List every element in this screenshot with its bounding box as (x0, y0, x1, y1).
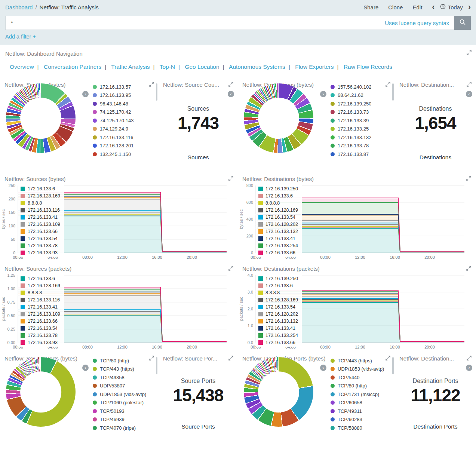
legend-item[interactable]: 172.16.133.132 (258, 228, 298, 235)
time-prev-button[interactable]: ‹ (432, 3, 434, 11)
legend-item[interactable]: 8.8.8.8 (21, 289, 60, 296)
search-input[interactable] (6, 19, 385, 27)
legend-item[interactable]: 172.16.128.169 (258, 206, 298, 214)
legend-item[interactable]: TCP/49358 (93, 373, 154, 382)
legend-item[interactable]: 8.8.8.8 (258, 289, 298, 296)
legend-item[interactable]: 172.16.128.169 (21, 282, 60, 289)
legend-item[interactable]: 172.16.133.78 (331, 142, 390, 150)
legend-scrollbar[interactable] (156, 357, 157, 374)
legend-item[interactable]: TCP/443 (https) (93, 365, 154, 374)
expand-icon[interactable] (228, 82, 233, 88)
panel-collapse-icon[interactable]: ‹ (466, 91, 472, 97)
legend-item[interactable]: 8.8.8.8 (21, 199, 60, 206)
legend-item[interactable]: 172.16.133.116 (93, 133, 154, 142)
legend-item[interactable]: 172.16.128.202 (258, 310, 298, 317)
destinations-bytes-donut-chart[interactable] (244, 83, 313, 153)
nav-link-traffic-analysis[interactable]: Traffic Analysis (111, 64, 150, 70)
legend-item[interactable]: 174.129.24.9 (93, 125, 154, 134)
legend-item[interactable]: 172.16.133.54 (258, 303, 298, 310)
legend-item[interactable]: 172.16.133.25 (331, 125, 390, 134)
legend-item[interactable]: 172.16.133.66 (21, 317, 60, 325)
legend-item[interactable]: 172.16.133.78 (21, 332, 60, 339)
legend-item[interactable]: 172.16.133.93 (21, 249, 60, 256)
clone-button[interactable]: Clone (388, 4, 403, 10)
expand-icon[interactable] (467, 82, 472, 88)
source-ports-donut-chart[interactable] (6, 357, 76, 427)
legend-item[interactable]: 172.16.133.66 (258, 249, 298, 256)
legend-item[interactable]: 172.16.128.169 (21, 192, 60, 199)
time-picker-button[interactable]: Today (440, 4, 463, 10)
legend-item[interactable]: TCP/46939 (93, 415, 154, 424)
nav-link-conversation-partners[interactable]: Conversation Partners (44, 64, 101, 70)
sources-bytes-donut-chart[interactable] (6, 83, 76, 153)
legend-item[interactable]: 8.8.8.8 (258, 199, 298, 206)
legend-item[interactable]: 172.16.133.41 (258, 325, 298, 332)
legend-item[interactable]: TCP/5440 (331, 373, 390, 382)
nav-link-raw-flow-records[interactable]: Raw Flow Records (344, 64, 392, 70)
destination-ports-donut-chart[interactable] (244, 357, 313, 427)
legend-item[interactable]: 172.16.128.169 (258, 296, 298, 303)
legend-item[interactable]: 172.16.128.201 (93, 142, 154, 150)
legend-item[interactable]: TCP/80 (http) (93, 356, 154, 365)
legend-item[interactable]: 172.16.133.66 (258, 339, 298, 346)
legend-item[interactable]: 172.16.133.41 (21, 214, 60, 221)
legend-item[interactable]: 172.16.133.254 (258, 332, 298, 339)
expand-icon[interactable] (466, 266, 471, 272)
legend-item[interactable]: 172.16.133.6 (21, 275, 60, 282)
legend-item[interactable]: TCP/60658 (331, 399, 390, 407)
legend-item[interactable]: TCP/443 (https) (331, 356, 390, 365)
nav-link-overview[interactable]: Overview (10, 64, 34, 70)
legend-item[interactable]: 74.125.170.143 (93, 116, 154, 125)
legend-collapse-icon[interactable]: › (320, 91, 326, 97)
legend-item[interactable]: 172.16.133.54 (258, 214, 298, 221)
legend-item[interactable]: 172.16.133.109 (21, 310, 60, 317)
share-button[interactable]: Share (363, 4, 378, 10)
expand-icon[interactable] (467, 355, 472, 362)
legend-item[interactable]: 172.16.139.250 (331, 99, 390, 108)
legend-collapse-icon[interactable]: › (82, 365, 89, 371)
legend-item[interactable]: 172.16.133.116 (21, 296, 60, 303)
legend-item[interactable]: UDP/53807 (93, 382, 154, 390)
legend-item[interactable]: UDP/1853 (vids-avtp) (93, 390, 154, 399)
legend-scrollbar[interactable] (392, 83, 394, 101)
legend-item[interactable]: 172.16.133.254 (258, 242, 298, 249)
add-filter-button[interactable]: Add a filter + (5, 34, 36, 40)
legend-item[interactable]: TCP/80 (http) (331, 382, 390, 390)
legend-item[interactable]: 172.16.133.78 (21, 242, 60, 249)
legend-scrollbar[interactable] (156, 83, 157, 101)
edit-button[interactable]: Edit (412, 4, 422, 10)
nav-link-autonomous-systems[interactable]: Autonomous Systems (229, 64, 285, 70)
legend-item[interactable]: 74.125.170.42 (93, 108, 154, 117)
legend-item[interactable]: 132.245.1.150 (93, 150, 154, 159)
legend-item[interactable]: 172.16.133.6 (258, 282, 298, 289)
breadcrumb-dashboard-link[interactable]: Dashboard (5, 4, 33, 10)
nav-link-geo-location[interactable]: Geo Location (185, 64, 219, 70)
legend-item[interactable]: 172.16.133.116 (21, 206, 60, 214)
legend-item[interactable]: TCP/58880 (331, 424, 390, 432)
legend-scrollbar[interactable] (392, 357, 394, 374)
legend-item[interactable]: 172.16.133.109 (21, 221, 60, 228)
panel-collapse-icon[interactable]: ‹ (228, 91, 234, 97)
legend-item[interactable]: 157.56.240.102 (331, 83, 390, 91)
legend-item[interactable]: UDP/1853 (vids-avtp) (331, 365, 390, 374)
legend-item[interactable]: 172.16.133.41 (258, 235, 298, 242)
legend-item[interactable]: 68.64.21.62 (331, 91, 390, 100)
legend-item[interactable]: 172.16.133.132 (258, 317, 298, 325)
expand-icon[interactable] (228, 355, 233, 362)
legend-item[interactable]: 172.16.133.93 (21, 339, 60, 346)
nav-link-top-n[interactable]: Top-N (160, 64, 175, 70)
legend-item[interactable]: TCP/60283 (331, 415, 390, 424)
legend-item[interactable]: TCP/50193 (93, 407, 154, 415)
legend-item[interactable]: 172.16.133.6 (258, 192, 298, 199)
legend-item[interactable]: 172.16.133.73 (331, 108, 390, 117)
legend-item[interactable]: 172.16.133.6 (21, 185, 60, 192)
legend-item[interactable]: 172.16.133.87 (331, 150, 390, 159)
search-button[interactable] (454, 16, 471, 30)
nav-link-flow-exporters[interactable]: Flow Exporters (295, 64, 334, 70)
legend-item[interactable]: 172.16.133.54 (21, 325, 60, 332)
legend-item[interactable]: TCP/4070 (tripe) (93, 424, 154, 432)
legend-item[interactable]: 172.16.133.66 (21, 228, 60, 235)
legend-item[interactable]: TCP/1731 (msiccp) (331, 390, 390, 399)
expand-icon[interactable] (466, 176, 471, 182)
legend-item[interactable]: TCP/49311 (331, 407, 390, 415)
